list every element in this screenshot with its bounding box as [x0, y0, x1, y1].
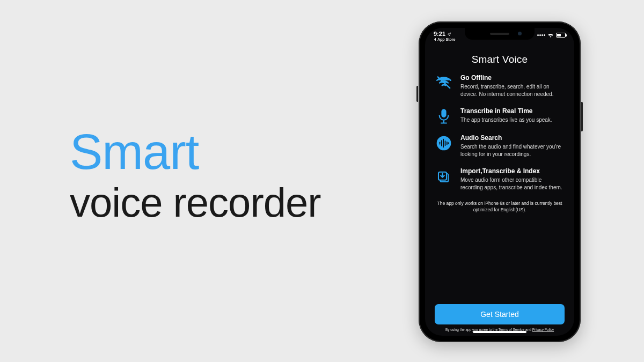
feature-title: Audio Search: [460, 134, 565, 142]
chevron-left-icon: [434, 38, 436, 41]
feature-desc: Search the audio and find whatever you'r…: [460, 143, 565, 158]
feature-go-offline: Go Offline Record, transcribe, search, e…: [435, 74, 565, 98]
microphone-icon: [435, 107, 453, 124]
hero-text: Smart voice recorder: [70, 126, 321, 224]
status-left: 9:21 App Store: [434, 31, 455, 41]
feature-desc: Record, transcribe, search, edit all on …: [460, 83, 565, 98]
svg-rect-1: [442, 109, 446, 117]
feature-title: Import,Transcribe & Index: [460, 167, 565, 175]
status-time-text: 9:21: [434, 31, 445, 37]
get-started-button[interactable]: Get Started: [435, 304, 565, 324]
feature-title: Go Offline: [460, 74, 565, 82]
feature-import: Import,Transcribe & Index Move audio for…: [435, 167, 565, 191]
import-icon: [435, 167, 453, 184]
speaker-grille: [490, 33, 509, 35]
home-indicator[interactable]: [473, 331, 526, 333]
front-camera: [518, 32, 522, 35]
wifi-off-icon: [435, 74, 453, 89]
feature-list: Go Offline Record, transcribe, search, e…: [435, 74, 565, 191]
battery-icon: [556, 33, 566, 38]
status-back-label: App Store: [437, 38, 455, 41]
waveform-icon: [435, 134, 453, 151]
status-back-link[interactable]: App Store: [434, 38, 455, 41]
status-time: 9:21: [434, 31, 455, 37]
phone-frame: 9:21 App Store Smart Voice: [419, 21, 581, 342]
compatibility-disclaimer: The app only works on iPhone 6s or later…: [435, 201, 565, 213]
feature-title: Transcribe in Real Time: [460, 107, 565, 115]
status-right: [537, 33, 566, 38]
cellular-signal-icon: [537, 34, 545, 36]
feature-desc: The app transcribes live as you speak.: [460, 116, 565, 124]
hero-line-2: voice recorder: [70, 181, 321, 224]
feature-audio-search: Audio Search Search the audio and find w…: [435, 134, 565, 158]
hero-line-1: Smart: [70, 126, 321, 178]
feature-transcribe-realtime: Transcribe in Real Time The app transcri…: [435, 107, 565, 124]
phone-screen: 9:21 App Store Smart Voice: [425, 28, 574, 336]
feature-desc: Move audio form other compatible recordi…: [460, 176, 565, 191]
phone-notch: [465, 28, 535, 40]
location-arrow-icon: [447, 32, 451, 36]
wifi-icon: [547, 33, 554, 38]
privacy-policy-link[interactable]: Privacy Policy: [532, 328, 554, 331]
onboarding-content: Smart Voice Go Offline Record, transcrib…: [425, 47, 574, 336]
app-title: Smart Voice: [435, 54, 565, 65]
